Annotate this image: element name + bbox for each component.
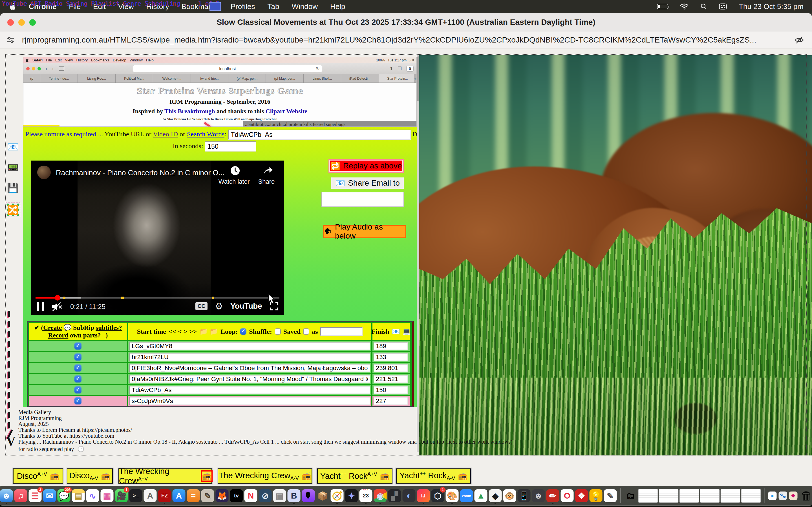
dock-icon-calendar[interactable]: 23 OCT [359,488,373,504]
pager-icon[interactable]: 📟 [6,161,20,174]
minimized-window[interactable] [741,489,761,503]
progress-bar[interactable] [36,297,280,298]
row-checkbox[interactable] [74,342,82,349]
url-text[interactable]: rjmprogramming.com.au/HTMLCSS/swipe_medi… [22,36,756,45]
dock-icon-facetime[interactable]: 🎥 1 [115,488,128,504]
duration-input[interactable] [205,142,256,152]
dock-icon-bbedit[interactable]: B [287,488,301,504]
finish-computer-icon[interactable]: 💻 [402,328,411,335]
dock-icon-blocked[interactable]: ⊘ [259,488,272,504]
captions-button[interactable]: CC [195,302,207,310]
duration-cell-input[interactable] [373,397,408,405]
dock-icon-launchpad[interactable]: ▦ [100,488,114,504]
trash-icon[interactable]: 🗑 [801,489,812,503]
menubar-clock[interactable]: Thu 23 Oct 5:35 pm [739,2,804,11]
create-link[interactable]: Create [43,324,62,331]
song-input[interactable] [130,397,370,405]
dock-icon-zoom[interactable]: zoom [460,488,473,504]
email-icon[interactable]: 📧 [6,140,20,154]
dock-icon-reminders[interactable]: ☰ 3 [29,488,42,504]
video-title[interactable]: Rachmaninov - Piano Concerto No.2 in C m… [56,168,224,177]
watch-later-icon[interactable] [230,165,241,176]
disco-av-plus-button[interactable]: DiscoA+V 📻 [13,468,63,484]
wrecking-crew-av-plus-button[interactable]: The Wrecking CrewA+V 📻 [118,468,212,484]
dock-icon-dark-utility[interactable]: ✦ [345,488,358,504]
yacht-rock-av-minus-button[interactable]: Yacht++ RockA-V 📻 [396,468,471,484]
minimized-window[interactable] [721,489,741,503]
dock-icon-adobe[interactable]: ❖ [575,488,589,504]
dock-icon-notes[interactable]: ▤ [71,488,85,504]
song-input[interactable] [130,342,370,350]
dock-icon-finder[interactable]: ☻ [0,488,13,504]
dock-icon-news[interactable]: N [244,488,258,504]
dock-icon-inkscape[interactable]: ◆ [489,488,502,504]
minimized-window[interactable] [638,489,658,503]
shuffle-icon[interactable]: 🔀 [6,203,20,217]
pause-button[interactable] [37,302,44,311]
dock-icon-archive[interactable]: 📦 [316,488,329,504]
dock-icon-google-drive[interactable]: ▲ [474,488,488,504]
dock-icon-bulb[interactable]: 💡 [589,488,603,504]
share-arrow-icon[interactable] [262,165,273,176]
dock-icon-opera[interactable]: O [560,488,574,504]
duration-cell-input[interactable] [373,353,408,361]
dock-icon-filezilla[interactable]: FZ [158,488,171,504]
dock-icon-iphone-mirroring[interactable]: 📱 [517,488,531,504]
dock-icon-textedit[interactable]: A [144,488,157,504]
search-words-link[interactable]: Search Words [187,130,224,138]
subtitles-link[interactable]: subtitles? [96,324,122,331]
row-checkbox[interactable] [74,364,82,372]
song-input[interactable] [130,386,370,394]
search-icon[interactable] [700,3,707,10]
search-input[interactable] [228,129,411,140]
song-input[interactable] [130,375,370,383]
dock-icon-downloads[interactable]: 🗂 [624,488,638,504]
settings-gear-icon[interactable]: ⚙ [215,301,223,312]
dock-icon-freeform[interactable]: ∿ [86,488,100,504]
dock-icon-intellij[interactable]: IJ [417,488,430,504]
video-id-link[interactable]: Video ID [153,130,178,138]
dock-icon-mini-dark[interactable]: 🐾 [778,489,788,503]
row-checkbox[interactable] [74,386,82,393]
dock-icon-app-store[interactable]: A [172,488,186,504]
row-checkbox[interactable] [74,397,82,404]
battery-icon[interactable] [657,4,668,9]
duration-cell-input[interactable] [373,342,408,350]
minimized-window[interactable] [700,489,720,503]
duration-cell-input[interactable] [373,386,408,394]
eye-off-icon[interactable] [795,36,804,44]
dock-icon-palette[interactable]: 🎨 [446,488,459,504]
dock-icon-terminal[interactable]: >_ [129,488,143,504]
song-input[interactable] [130,364,370,372]
row-checkbox[interactable] [74,353,82,360]
address-bar[interactable]: rjmprogramming.com.au/HTMLCSS/swipe_medi… [0,32,812,48]
dock-icon-github[interactable]: ⬡ 1 [431,488,445,504]
dock-icon-pages-pen[interactable]: ✎ [604,488,617,504]
muted-volume-icon[interactable] [51,302,63,312]
saved-checkbox[interactable] [303,328,309,335]
page-scrollbar[interactable] [417,55,419,452]
dock-icon-calculator[interactable]: = [187,488,200,504]
channel-avatar[interactable] [37,166,51,179]
yacht-rock-av-plus-button[interactable]: Yacht++ RockA+V 📻 [317,468,393,484]
dock-icon-character-app[interactable]: ☻ [532,488,545,504]
dock-icon-gimp[interactable]: ✎ [201,488,214,504]
shuffle-checkbox[interactable] [274,328,281,335]
menubar-item[interactable]: Tab [267,2,280,11]
site-settings-icon[interactable] [6,36,15,44]
row-checkbox[interactable] [74,376,82,383]
menubar-item[interactable]: Window [292,2,317,11]
duration-cell-input[interactable] [373,364,408,372]
dock-icon-siri[interactable]: ◐ [402,488,416,504]
duration-cell-input[interactable] [373,375,408,383]
disco-av-minus-button[interactable]: DiscoA-V 📻 [67,468,113,484]
share-email-button[interactable]: 📧Share Email to [331,177,404,189]
media-photo[interactable] [419,55,812,455]
dock-icon-podcasts[interactable]: 🎙 [302,488,315,504]
dock-icon-monkey-app[interactable]: 🐵 [503,488,516,504]
finish-mail-icon[interactable]: 📧 [392,328,400,335]
saved-as-input[interactable] [320,327,363,336]
floppy-icon[interactable]: 💾 [6,181,20,194]
wrecking-crew-av-minus-button[interactable]: The Wrecking CrewA-V 📻 [218,468,312,484]
dock-icon-mail[interactable]: ✉ [43,488,56,504]
